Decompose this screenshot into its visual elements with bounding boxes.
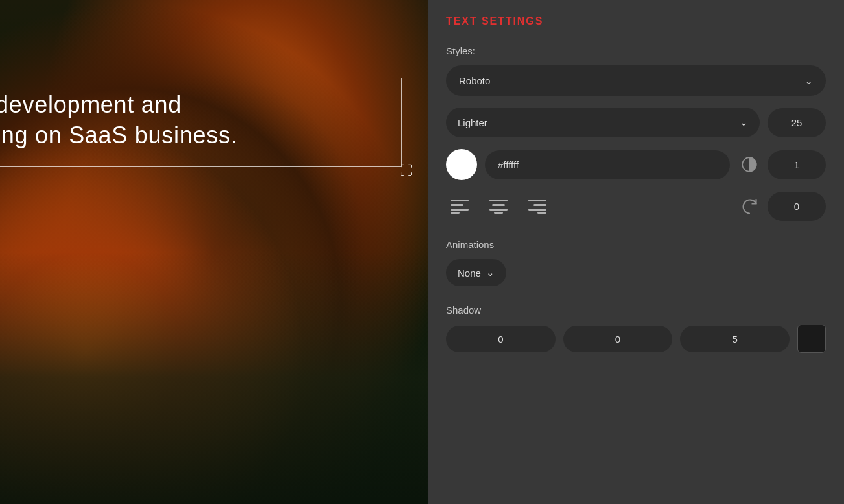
rotation-value: 0	[794, 201, 799, 212]
font-family-chevron-icon: ⌄	[804, 74, 813, 87]
alignment-icons	[446, 193, 738, 220]
animation-chevron-icon: ⌄	[486, 267, 495, 279]
svg-rect-10	[533, 204, 546, 206]
rotate-icon[interactable]	[738, 195, 761, 218]
rotation-input[interactable]: 0	[768, 192, 826, 221]
shadow-x-input[interactable]: 0	[446, 326, 556, 352]
color-row: #ffffff 1	[446, 149, 826, 180]
rotation-group: 0	[738, 192, 826, 221]
animation-dropdown[interactable]: None ⌄	[446, 259, 506, 286]
canvas-background	[0, 0, 428, 504]
opacity-value: 1	[794, 159, 799, 170]
shadow-row: 0 0 5	[446, 325, 826, 353]
styles-label: Styles:	[446, 45, 826, 56]
canvas-area: development and ing on SaaS business. ⛶	[0, 0, 428, 504]
svg-rect-8	[494, 212, 503, 214]
text-line-1: development and	[0, 90, 388, 120]
font-weight-dropdown[interactable]: Lighter ⌄	[446, 108, 760, 137]
animations-label: Animations	[446, 239, 826, 250]
text-element[interactable]: development and ing on SaaS business. ⛶	[0, 78, 402, 167]
font-weight-chevron-icon: ⌄	[740, 117, 748, 128]
shadow-blur-value: 5	[733, 334, 738, 345]
svg-rect-6	[492, 204, 505, 206]
align-left-icon[interactable]	[446, 193, 473, 220]
svg-rect-9	[528, 200, 546, 201]
font-size-input[interactable]: 25	[768, 108, 826, 137]
font-weight-size-row: Lighter ⌄ 25	[446, 108, 826, 137]
svg-rect-12	[537, 212, 546, 214]
shadow-blur-input[interactable]: 5	[680, 326, 790, 352]
svg-rect-3	[451, 209, 469, 211]
panel-title: TEXT SETTINGS	[446, 16, 826, 27]
font-family-dropdown[interactable]: Roboto ⌄	[446, 65, 826, 96]
text-line-2: ing on SaaS business.	[0, 120, 388, 151]
color-swatch[interactable]	[446, 149, 477, 180]
shadow-color-swatch[interactable]	[797, 325, 826, 353]
align-center-icon[interactable]	[485, 193, 512, 220]
shadow-y-value: 0	[615, 334, 620, 345]
svg-rect-5	[489, 200, 508, 201]
svg-rect-4	[451, 212, 460, 214]
svg-rect-1	[451, 200, 469, 201]
color-hex-value: #ffffff	[498, 159, 519, 170]
move-cursor-icon[interactable]: ⛶	[400, 163, 413, 178]
align-rotation-row: 0	[446, 192, 826, 221]
shadow-y-input[interactable]: 0	[563, 326, 673, 352]
align-right-icon[interactable]	[524, 193, 551, 220]
opacity-group: 1	[738, 150, 826, 179]
shadow-label: Shadow	[446, 304, 826, 315]
font-family-value: Roboto	[459, 75, 490, 86]
color-hex-input[interactable]: #ffffff	[485, 150, 730, 179]
svg-rect-7	[489, 209, 508, 211]
animation-value: None	[458, 268, 481, 279]
font-size-value: 25	[791, 117, 803, 128]
settings-panel: TEXT SETTINGS Styles: Roboto ⌄ Lighter ⌄…	[428, 0, 844, 504]
svg-rect-11	[528, 209, 546, 211]
opacity-input[interactable]: 1	[768, 150, 826, 179]
svg-rect-2	[451, 204, 463, 206]
font-weight-value: Lighter	[458, 117, 487, 128]
shadow-x-value: 0	[498, 334, 503, 345]
opacity-icon[interactable]	[738, 153, 761, 176]
